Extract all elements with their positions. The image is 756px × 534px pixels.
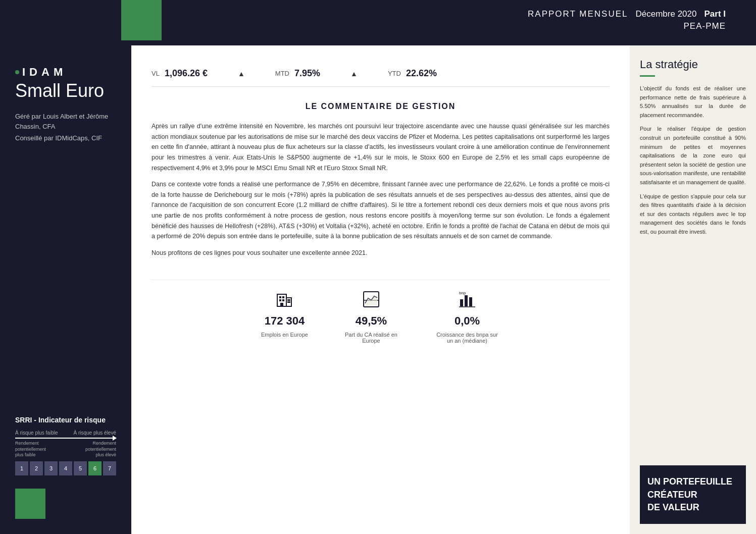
callout-line1: UN PORTEFEUILLE bbox=[647, 475, 738, 488]
stat-emplois-value: 172 304 bbox=[265, 314, 305, 328]
page-wrapper: RAPPORT MENSUEL Décembre 2020 Part I PEA… bbox=[0, 0, 756, 534]
commentary-p3: Nous profitons de ces lignes pour vous s… bbox=[152, 248, 610, 258]
risk-return-low: Rendement potentiellement plus faible bbox=[15, 441, 56, 458]
fund-dot bbox=[15, 70, 19, 74]
mtd-arrow: ▲ bbox=[238, 70, 245, 78]
risk-box-3: 3 bbox=[44, 461, 58, 475]
strategy-p1: L'objectif du fonds est de réaliser une … bbox=[640, 84, 746, 120]
strategy-p2: Pour le réaliser l'équipe de gestion con… bbox=[640, 125, 746, 187]
stat-vl: VL 1,096.26 € bbox=[152, 68, 208, 79]
risk-box-5: 5 bbox=[74, 461, 87, 475]
fund-manager: Géré par Louis Albert et Jérôme Chassin,… bbox=[15, 112, 116, 131]
svg-rect-7 bbox=[287, 299, 289, 301]
risk-bar-container: À risque plus faible À risque plus élevé… bbox=[15, 430, 116, 475]
svg-rect-3 bbox=[279, 299, 281, 301]
header-title-row: RAPPORT MENSUEL Décembre 2020 Part I bbox=[528, 9, 726, 19]
risk-label-low: À risque plus faible bbox=[15, 430, 58, 436]
svg-rect-15 bbox=[469, 297, 472, 306]
ytd-label: YTD bbox=[388, 70, 401, 77]
svg-rect-2 bbox=[282, 296, 284, 298]
stat-ca-value: 49,5% bbox=[356, 314, 387, 328]
risk-box-4: 4 bbox=[59, 461, 72, 475]
header-subtitle: PEA-PME bbox=[683, 21, 726, 31]
mtd-value: 7.95% bbox=[294, 68, 320, 79]
bar-chart-icon: bnp bbox=[458, 290, 476, 310]
building-icon bbox=[275, 290, 293, 310]
risk-box-2: 2 bbox=[30, 461, 43, 475]
stat-emplois-label: Emplois en Europe bbox=[261, 332, 308, 338]
risk-arrow-head bbox=[113, 436, 117, 441]
commentary-p1: Après un rallye d'une extrême intensité … bbox=[152, 121, 610, 173]
svg-rect-8 bbox=[289, 299, 290, 301]
risk-arrow-line bbox=[15, 438, 116, 439]
risk-box-6: 6 bbox=[88, 461, 102, 475]
stat-ytd: YTD 22.62% bbox=[388, 68, 437, 79]
risk-labels-top: À risque plus faible À risque plus élevé bbox=[15, 430, 116, 436]
right-sidebar: La stratégie L'objectif du fonds est de … bbox=[630, 45, 756, 534]
green-decorative-block bbox=[15, 489, 45, 519]
portfolio-callout-text: UN PORTEFEUILLE CRÉATEUR DE VALEUR bbox=[647, 475, 738, 514]
stats-row: VL 1,096.26 € ▲ MTD 7.95% ▲ YTD 22.62% bbox=[152, 61, 610, 87]
ytd-arrow: ▲ bbox=[350, 70, 358, 78]
ytd-value: 22.62% bbox=[406, 68, 437, 79]
fund-title-row: IDAM bbox=[15, 66, 116, 79]
left-sidebar: IDAM Small Euro Géré par Louis Albert et… bbox=[0, 45, 131, 534]
main-content: IDAM Small Euro Géré par Louis Albert et… bbox=[0, 45, 756, 534]
risk-box-7: 7 bbox=[103, 461, 116, 475]
srri-section: SRRI - Indicateur de risque À risque plu… bbox=[15, 416, 116, 478]
fund-name-large: Small Euro bbox=[15, 80, 116, 101]
report-date: Décembre 2020 bbox=[636, 9, 697, 19]
fund-abbr: IDAM bbox=[22, 66, 67, 79]
svg-rect-14 bbox=[465, 295, 468, 306]
commentary-p2: Dans ce contexte votre fonds a réalisé u… bbox=[152, 179, 610, 242]
commentary-text: Après un rallye d'une extrême intensité … bbox=[152, 121, 610, 264]
fund-advisor: Conseillé par IDMidCaps, CIF bbox=[15, 133, 116, 143]
callout-line3: DE VALEUR bbox=[647, 501, 738, 514]
report-label: RAPPORT MENSUEL bbox=[528, 9, 628, 19]
vl-value: 1,096.26 € bbox=[165, 68, 208, 79]
bottom-stat-emplois: 172 304 Emplois en Europe bbox=[261, 290, 308, 338]
stat-ca-label: Part du CA réalisé en Europe bbox=[338, 332, 404, 344]
svg-rect-4 bbox=[282, 299, 284, 301]
bottom-stats: 172 304 Emplois en Europe 49,5% Par bbox=[152, 280, 610, 344]
srri-title: SRRI - Indicateur de risque bbox=[15, 416, 116, 424]
strategy-underline bbox=[640, 75, 655, 77]
center-content: VL 1,096.26 € ▲ MTD 7.95% ▲ YTD 22.62% L… bbox=[131, 45, 630, 534]
commentary-title: LE COMMENTAIRE DE GESTION bbox=[152, 102, 610, 111]
risk-boxes: 1 2 3 4 5 6 7 bbox=[15, 461, 116, 475]
vl-label: VL bbox=[152, 70, 160, 77]
stat-croissance-label: Croissance des bnpa sur un an (médiane) bbox=[434, 332, 500, 344]
risk-return-labels: Rendement potentiellement plus faible Re… bbox=[15, 441, 116, 458]
header-logo-green bbox=[121, 0, 162, 40]
header: RAPPORT MENSUEL Décembre 2020 Part I PEA… bbox=[0, 0, 756, 45]
risk-return-high: Rendement potentiellement plus élevé bbox=[76, 441, 116, 458]
stat-croissance-value: 0,0% bbox=[455, 314, 480, 328]
svg-rect-5 bbox=[280, 303, 283, 306]
risk-label-high: À risque plus élevé bbox=[74, 430, 117, 436]
svg-rect-9 bbox=[287, 301, 289, 303]
strategy-text: L'objectif du fonds est de réaliser une … bbox=[640, 84, 746, 242]
svg-rect-13 bbox=[460, 299, 463, 306]
bottom-stat-ca: 49,5% Part du CA réalisé en Europe bbox=[338, 290, 404, 344]
report-part: Part I bbox=[704, 9, 726, 19]
mtd-label: MTD bbox=[275, 70, 289, 77]
svg-rect-1 bbox=[279, 296, 281, 298]
svg-text:bnp: bnp bbox=[459, 291, 466, 295]
bottom-stat-croissance: bnp 0,0% Croissance des bnpa sur un an (… bbox=[434, 290, 500, 344]
strategy-title: La stratégie bbox=[640, 58, 746, 71]
callout-line2: CRÉATEUR bbox=[647, 489, 738, 501]
svg-rect-10 bbox=[289, 301, 290, 303]
chart-icon bbox=[362, 290, 380, 310]
strategy-p3: L'équipe de gestion s'appuie pour cela s… bbox=[640, 192, 746, 237]
risk-box-1: 1 bbox=[15, 461, 28, 475]
portfolio-callout: UN PORTEFEUILLE CRÉATEUR DE VALEUR bbox=[640, 465, 746, 524]
stat-mtd: MTD 7.95% bbox=[275, 68, 320, 79]
